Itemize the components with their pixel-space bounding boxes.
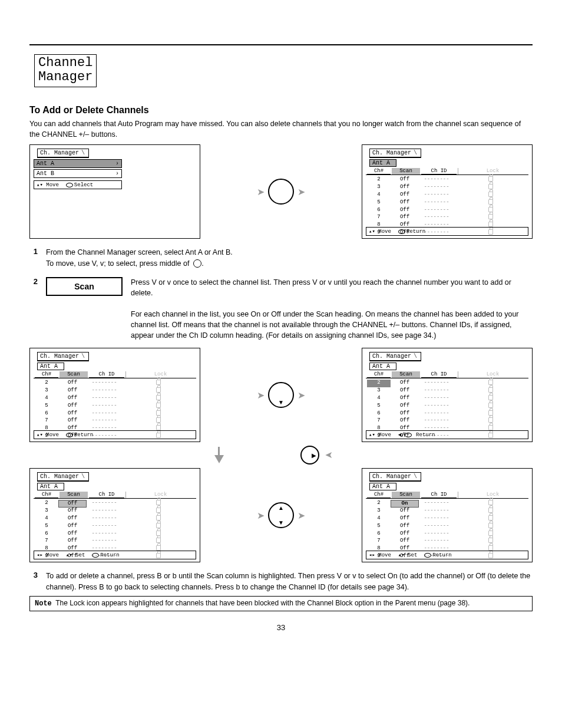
joystick-inline-icon [193, 259, 201, 268]
note-label: Note [35, 599, 52, 608]
menu-item-ant-b[interactable]: Ant B› [34, 169, 122, 178]
joystick-updown-icon: ▲ ▼ [268, 502, 294, 528]
lock-icon [488, 192, 493, 197]
lock-icon [488, 199, 493, 205]
panel-channel-list-2a: Ch. Manager \ Ant A Ch# Scan Ch ID Lock … [29, 348, 200, 442]
panel-channel-list-2b: Ch. Manager \ Ant A Ch# Scan Ch ID Lock … [362, 348, 533, 442]
subtab-ant-a[interactable]: Ant A [369, 159, 396, 167]
step-3-number: 3 [29, 571, 38, 579]
intro-text: You can add channels that Auto Program m… [29, 119, 533, 140]
panel-channel-list-3a: Ch. Manager \ Ant A Ch# Scan Ch ID Lock … [29, 468, 200, 562]
flow-arrow-1: ➤ ➤ [257, 179, 305, 205]
lock-icon [488, 214, 493, 219]
joystick-down-icon: ▼ [268, 382, 294, 408]
page-top-rule [29, 44, 533, 45]
step-1-number: 1 [29, 247, 38, 256]
note-text: The Lock icon appears highlighted for ch… [55, 599, 470, 607]
step-2-text: Press V or v once to select the channel … [131, 277, 533, 341]
step-2-label: Scan [46, 277, 123, 296]
panel-title-tab: Ch. Manager \ [37, 149, 89, 158]
chapter-box: Channel Manager [34, 54, 97, 87]
joystick-icon [268, 179, 294, 205]
step-2-number: 2 [29, 277, 38, 286]
chapter-line2: Manager [38, 70, 92, 84]
lock-icon [488, 176, 493, 182]
note-box: Note The Lock icon appears highlighted f… [29, 596, 533, 612]
hint-bar: ▴▾ Move Return [366, 227, 528, 236]
panel-channel-list-3b: Ch. Manager \ Ant A Ch# Scan Ch ID Lock … [362, 468, 533, 562]
chapter-line1: Channel [38, 56, 92, 70]
menu-item-ant-a[interactable]: Ant A› [34, 159, 122, 168]
step-3-text: To add or delete a channel, press B or b… [46, 571, 533, 592]
flow-arrow-3: ➤ ▲ ▼ ➤ [257, 502, 305, 528]
section-title: To Add or Delete Channels [29, 105, 533, 116]
lock-icon [488, 184, 493, 189]
lock-icon [488, 222, 493, 227]
lock-icon [488, 207, 493, 212]
panel-channel-list-1: Ch. Manager \ Ant A Ch# Scan Ch ID Lock … [362, 144, 533, 239]
page-number: 33 [29, 623, 533, 632]
panel-title-tab: Ch. Manager \ [369, 149, 421, 158]
panel-ch-manager-menu: Ch. Manager \ Ant A› Ant B› ▴▾ Move Sele… [29, 144, 200, 239]
column-headers: Ch# Scan Ch ID Lock [366, 168, 528, 175]
hint-bar: ▴▾ Move Select [34, 180, 122, 189]
step-1-text: From the Channel Manager screen, select … [46, 247, 533, 268]
flow-right-then-down: ▶ ➤ [29, 446, 533, 465]
flow-arrow-2: ➤ ▼ ➤ [257, 382, 305, 408]
